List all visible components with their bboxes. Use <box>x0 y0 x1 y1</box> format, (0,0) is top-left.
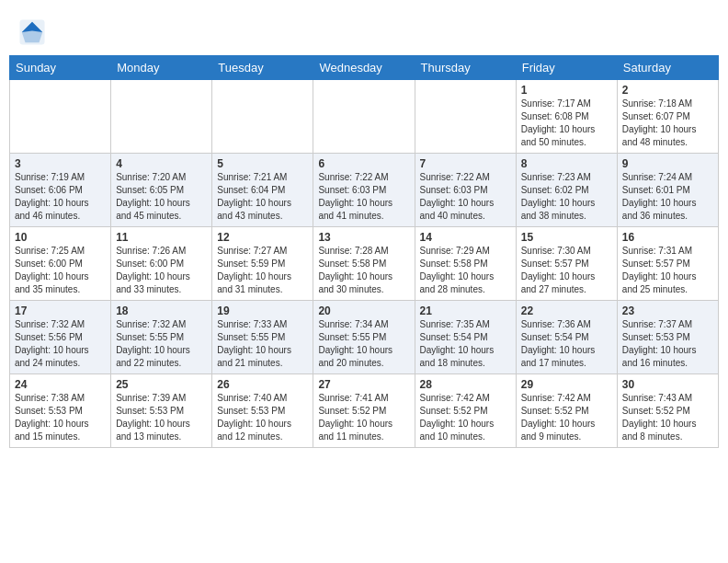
day-info: Sunrise: 7:42 AM Sunset: 5:52 PM Dayligh… <box>420 392 511 443</box>
calendar-day-cell: 2Sunrise: 7:18 AM Sunset: 6:07 PM Daylig… <box>617 80 718 154</box>
calendar-week-row: 10Sunrise: 7:25 AM Sunset: 6:00 PM Dayli… <box>10 227 719 301</box>
day-info: Sunrise: 7:19 AM Sunset: 6:06 PM Dayligh… <box>15 171 106 223</box>
day-info: Sunrise: 7:39 AM Sunset: 5:53 PM Dayligh… <box>116 392 207 443</box>
day-info: Sunrise: 7:21 AM Sunset: 6:04 PM Dayligh… <box>217 171 308 223</box>
day-number: 24 <box>15 378 106 391</box>
day-of-week-header: Thursday <box>415 56 516 80</box>
calendar-day-cell: 12Sunrise: 7:27 AM Sunset: 5:59 PM Dayli… <box>212 227 313 301</box>
day-info: Sunrise: 7:40 AM Sunset: 5:53 PM Dayligh… <box>217 392 308 443</box>
day-number: 17 <box>15 304 106 317</box>
calendar-day-cell: 16Sunrise: 7:31 AM Sunset: 5:57 PM Dayli… <box>617 227 718 301</box>
day-info: Sunrise: 7:28 AM Sunset: 5:58 PM Dayligh… <box>318 245 409 296</box>
day-number: 13 <box>318 231 409 244</box>
day-info: Sunrise: 7:36 AM Sunset: 5:54 PM Dayligh… <box>521 318 612 370</box>
day-number: 2 <box>622 84 713 97</box>
calendar-day-cell: 26Sunrise: 7:40 AM Sunset: 5:53 PM Dayli… <box>212 374 313 448</box>
calendar-day-cell: 13Sunrise: 7:28 AM Sunset: 5:58 PM Dayli… <box>313 227 415 301</box>
calendar-table: SundayMondayTuesdayWednesdayThursdayFrid… <box>9 55 719 448</box>
day-number: 12 <box>217 231 308 244</box>
calendar-day-cell: 29Sunrise: 7:42 AM Sunset: 5:52 PM Dayli… <box>516 374 617 448</box>
day-info: Sunrise: 7:29 AM Sunset: 5:58 PM Dayligh… <box>420 245 511 296</box>
day-number: 22 <box>521 304 612 317</box>
calendar-week-row: 1Sunrise: 7:17 AM Sunset: 6:08 PM Daylig… <box>10 80 719 154</box>
calendar-day-cell: 22Sunrise: 7:36 AM Sunset: 5:54 PM Dayli… <box>516 301 617 374</box>
calendar-day-cell: 14Sunrise: 7:29 AM Sunset: 5:58 PM Dayli… <box>415 227 516 301</box>
calendar-day-cell <box>313 80 415 154</box>
day-number: 20 <box>318 304 409 317</box>
calendar-day-cell: 17Sunrise: 7:32 AM Sunset: 5:56 PM Dayli… <box>10 301 111 374</box>
day-of-week-header: Sunday <box>10 56 111 80</box>
day-number: 8 <box>521 157 612 170</box>
day-info: Sunrise: 7:41 AM Sunset: 5:52 PM Dayligh… <box>318 392 409 443</box>
logo <box>18 18 48 46</box>
day-of-week-header: Tuesday <box>212 56 313 80</box>
day-info: Sunrise: 7:23 AM Sunset: 6:02 PM Dayligh… <box>521 171 612 223</box>
day-info: Sunrise: 7:26 AM Sunset: 6:00 PM Dayligh… <box>116 245 207 296</box>
day-of-week-header: Wednesday <box>313 56 415 80</box>
calendar-day-cell: 8Sunrise: 7:23 AM Sunset: 6:02 PM Daylig… <box>516 154 617 227</box>
day-info: Sunrise: 7:30 AM Sunset: 5:57 PM Dayligh… <box>521 245 612 296</box>
day-of-week-header: Saturday <box>617 56 718 80</box>
day-number: 27 <box>318 378 409 391</box>
day-number: 26 <box>217 378 308 391</box>
day-number: 23 <box>622 304 713 317</box>
day-of-week-header: Friday <box>516 56 617 80</box>
day-number: 6 <box>318 157 409 170</box>
calendar-day-cell: 18Sunrise: 7:32 AM Sunset: 5:55 PM Dayli… <box>111 301 212 374</box>
day-number: 14 <box>420 231 511 244</box>
calendar-week-row: 24Sunrise: 7:38 AM Sunset: 5:53 PM Dayli… <box>10 374 719 448</box>
calendar-day-cell <box>111 80 212 154</box>
calendar-week-row: 17Sunrise: 7:32 AM Sunset: 5:56 PM Dayli… <box>10 301 719 374</box>
day-number: 21 <box>420 304 511 317</box>
logo-icon <box>18 18 46 46</box>
day-info: Sunrise: 7:32 AM Sunset: 5:56 PM Dayligh… <box>15 318 106 370</box>
day-info: Sunrise: 7:18 AM Sunset: 6:07 PM Dayligh… <box>622 98 713 149</box>
day-number: 5 <box>217 157 308 170</box>
day-number: 9 <box>622 157 713 170</box>
day-number: 16 <box>622 231 713 244</box>
calendar-day-cell: 25Sunrise: 7:39 AM Sunset: 5:53 PM Dayli… <box>111 374 212 448</box>
day-info: Sunrise: 7:42 AM Sunset: 5:52 PM Dayligh… <box>521 392 612 443</box>
calendar-day-cell: 7Sunrise: 7:22 AM Sunset: 6:03 PM Daylig… <box>415 154 516 227</box>
day-number: 30 <box>622 378 713 391</box>
calendar-day-cell: 20Sunrise: 7:34 AM Sunset: 5:55 PM Dayli… <box>313 301 415 374</box>
day-info: Sunrise: 7:22 AM Sunset: 6:03 PM Dayligh… <box>318 171 409 223</box>
calendar-week-row: 3Sunrise: 7:19 AM Sunset: 6:06 PM Daylig… <box>10 154 719 227</box>
calendar-day-cell: 10Sunrise: 7:25 AM Sunset: 6:00 PM Dayli… <box>10 227 111 301</box>
day-info: Sunrise: 7:38 AM Sunset: 5:53 PM Dayligh… <box>15 392 106 443</box>
calendar-day-cell: 21Sunrise: 7:35 AM Sunset: 5:54 PM Dayli… <box>415 301 516 374</box>
day-number: 3 <box>15 157 106 170</box>
day-info: Sunrise: 7:32 AM Sunset: 5:55 PM Dayligh… <box>116 318 207 370</box>
day-number: 18 <box>116 304 207 317</box>
day-number: 25 <box>116 378 207 391</box>
day-of-week-header: Monday <box>111 56 212 80</box>
calendar-day-cell: 19Sunrise: 7:33 AM Sunset: 5:55 PM Dayli… <box>212 301 313 374</box>
day-number: 28 <box>420 378 511 391</box>
calendar-day-cell: 3Sunrise: 7:19 AM Sunset: 6:06 PM Daylig… <box>10 154 111 227</box>
calendar-day-cell: 6Sunrise: 7:22 AM Sunset: 6:03 PM Daylig… <box>313 154 415 227</box>
calendar-day-cell: 24Sunrise: 7:38 AM Sunset: 5:53 PM Dayli… <box>10 374 111 448</box>
calendar-day-cell: 5Sunrise: 7:21 AM Sunset: 6:04 PM Daylig… <box>212 154 313 227</box>
day-number: 11 <box>116 231 207 244</box>
day-number: 15 <box>521 231 612 244</box>
calendar-day-cell: 11Sunrise: 7:26 AM Sunset: 6:00 PM Dayli… <box>111 227 212 301</box>
day-info: Sunrise: 7:22 AM Sunset: 6:03 PM Dayligh… <box>420 171 511 223</box>
day-info: Sunrise: 7:37 AM Sunset: 5:53 PM Dayligh… <box>622 318 713 370</box>
calendar-day-cell: 15Sunrise: 7:30 AM Sunset: 5:57 PM Dayli… <box>516 227 617 301</box>
day-number: 7 <box>420 157 511 170</box>
calendar-day-cell: 23Sunrise: 7:37 AM Sunset: 5:53 PM Dayli… <box>617 301 718 374</box>
calendar-day-cell: 30Sunrise: 7:43 AM Sunset: 5:52 PM Dayli… <box>617 374 718 448</box>
day-info: Sunrise: 7:33 AM Sunset: 5:55 PM Dayligh… <box>217 318 308 370</box>
day-info: Sunrise: 7:34 AM Sunset: 5:55 PM Dayligh… <box>318 318 409 370</box>
day-info: Sunrise: 7:24 AM Sunset: 6:01 PM Dayligh… <box>622 171 713 223</box>
day-info: Sunrise: 7:27 AM Sunset: 5:59 PM Dayligh… <box>217 245 308 296</box>
day-info: Sunrise: 7:25 AM Sunset: 6:00 PM Dayligh… <box>15 245 106 296</box>
day-number: 4 <box>116 157 207 170</box>
calendar-day-cell <box>10 80 111 154</box>
calendar-day-cell: 9Sunrise: 7:24 AM Sunset: 6:01 PM Daylig… <box>617 154 718 227</box>
day-number: 10 <box>15 231 106 244</box>
calendar-day-cell: 27Sunrise: 7:41 AM Sunset: 5:52 PM Dayli… <box>313 374 415 448</box>
calendar-day-cell <box>415 80 516 154</box>
day-info: Sunrise: 7:17 AM Sunset: 6:08 PM Dayligh… <box>521 98 612 149</box>
day-number: 29 <box>521 378 612 391</box>
